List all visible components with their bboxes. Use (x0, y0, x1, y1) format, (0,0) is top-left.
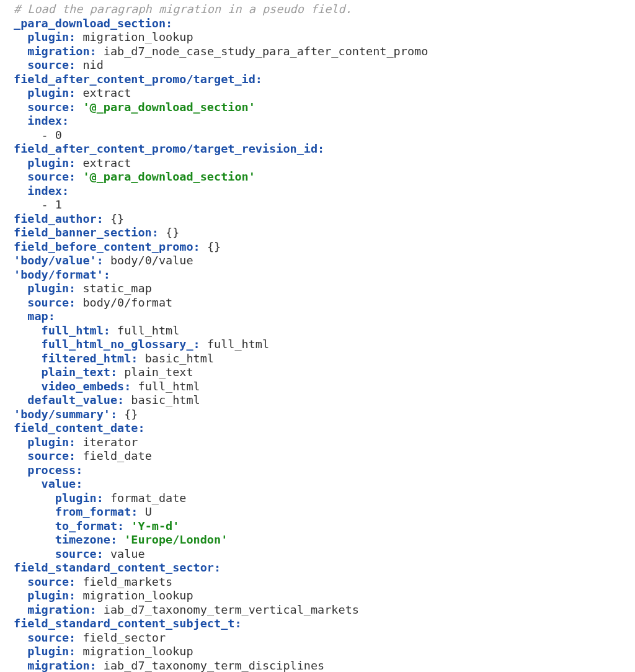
yaml-value: {} (207, 240, 221, 253)
yaml-value: migration_lookup (82, 645, 193, 658)
yaml-comment: # Load the paragraph migration in a pseu… (14, 2, 352, 16)
yaml-key: source: (27, 575, 76, 588)
yaml-list-item: - 1 (42, 198, 62, 211)
yaml-key: filtered_html: (42, 352, 138, 365)
yaml-key: migration: (27, 45, 96, 58)
yaml-key: full_html_no_glossary_: (42, 338, 200, 351)
yaml-key: 'body/format': (14, 268, 110, 281)
yaml-key: plugin: (27, 645, 76, 658)
yaml-key: _para_download_section: (14, 17, 172, 30)
yaml-key: source: (55, 547, 104, 560)
yaml-key: timezone: (55, 533, 117, 546)
yaml-value: {} (110, 212, 124, 225)
yaml-key: default_value: (27, 393, 124, 406)
yaml-value: extract (82, 86, 131, 99)
yaml-key: plugin: (27, 156, 76, 169)
yaml-key: index: (27, 184, 69, 197)
yaml-key: from_format: (55, 505, 138, 518)
yaml-value: {} (124, 408, 138, 421)
yaml-key: migration: (27, 659, 96, 672)
yaml-value: iterator (82, 436, 138, 449)
yaml-value: {} (166, 226, 179, 239)
yaml-key: index: (27, 114, 69, 127)
yaml-key: field_standard_content_sector: (14, 561, 221, 574)
yaml-value: plain_text (124, 365, 193, 379)
yaml-key: source: (27, 170, 76, 183)
yaml-key: source: (27, 449, 76, 462)
yaml-key: 'body/value': (14, 254, 104, 267)
yaml-string: '@_para_download_section' (82, 170, 255, 183)
yaml-key: field_after_content_promo/target_id: (14, 73, 262, 86)
yaml-value: basic_html (145, 352, 214, 365)
yaml-value: iab_d7_node_case_study_para_after_conten… (104, 45, 428, 58)
yaml-value: basic_html (131, 393, 200, 406)
yaml-key: plain_text: (42, 365, 118, 379)
yaml-value: migration_lookup (82, 30, 193, 43)
yaml-key: full_html: (42, 324, 110, 337)
yaml-key: field_banner_section: (14, 226, 159, 239)
yaml-key: plugin: (27, 30, 76, 43)
yaml-value: field_date (82, 449, 151, 462)
yaml-value: full_html (117, 324, 179, 337)
yaml-key: source: (27, 631, 76, 644)
yaml-key: plugin: (27, 86, 76, 99)
yaml-key: migration: (27, 603, 96, 616)
yaml-key: value: (42, 477, 83, 490)
yaml-key: process: (27, 464, 82, 477)
yaml-value: body/0/value (110, 254, 193, 267)
yaml-key: plugin: (27, 436, 76, 449)
yaml-value: U (145, 505, 152, 518)
yaml-value: full_html (138, 380, 200, 393)
yaml-value: field_markets (82, 575, 172, 588)
yaml-value: body/0/format (82, 296, 172, 309)
yaml-value: field_sector (82, 631, 166, 644)
yaml-value: static_map (82, 282, 151, 295)
yaml-value: nid (82, 58, 103, 71)
yaml-key: field_before_content_promo: (14, 240, 200, 253)
yaml-key: map: (27, 310, 55, 323)
yaml-key: field_author: (14, 212, 104, 225)
yaml-key: plugin: (27, 282, 76, 295)
yaml-value: iab_d7_taxonomy_term_disciplines (104, 659, 324, 672)
yaml-list-item: - 0 (42, 128, 62, 141)
yaml-key: plugin: (27, 589, 76, 602)
yaml-value: migration_lookup (82, 589, 193, 602)
yaml-string: 'Y-m-d' (131, 519, 179, 532)
yaml-key: field_after_content_promo/target_revisio… (14, 142, 324, 155)
yaml-key: to_format: (55, 519, 124, 532)
yaml-value: extract (82, 156, 131, 169)
yaml-key: source: (27, 58, 76, 71)
yaml-code-block: # Load the paragraph migration in a pseu… (0, 0, 635, 672)
yaml-key: video_embeds: (42, 380, 131, 393)
yaml-value: format_date (110, 491, 187, 504)
yaml-string: 'Europe/London' (124, 533, 228, 546)
yaml-value: iab_d7_taxonomy_term_vertical_markets (104, 603, 359, 616)
yaml-key: field_content_date: (14, 421, 145, 434)
yaml-key: field_standard_content_subject_t: (14, 617, 242, 630)
yaml-key: source: (27, 296, 76, 309)
yaml-key: plugin: (55, 491, 104, 504)
yaml-key: source: (27, 101, 76, 114)
yaml-value: full_html (207, 338, 269, 351)
yaml-value: value (110, 547, 145, 560)
yaml-key: 'body/summary': (14, 408, 117, 421)
yaml-string: '@_para_download_section' (82, 101, 255, 114)
